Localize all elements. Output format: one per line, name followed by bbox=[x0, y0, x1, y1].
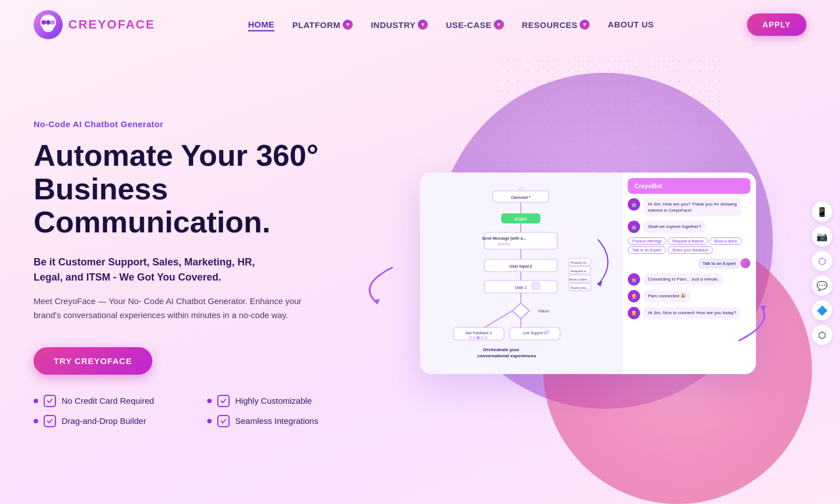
svg-point-39 bbox=[477, 337, 480, 339]
check-icon-3 bbox=[44, 415, 56, 427]
share-icon: ⬡ bbox=[812, 251, 832, 271]
messenger-icon: 💬 bbox=[812, 276, 832, 296]
svg-line-34 bbox=[484, 311, 512, 328]
user-bubble: Talk to an Expert bbox=[698, 258, 740, 269]
resources-dropdown-icon: ▼ bbox=[580, 20, 590, 30]
instagram-icon: 📷 bbox=[812, 226, 832, 246]
nav-item-use-case[interactable]: USE-CASE ▼ bbox=[446, 20, 504, 30]
nav-link-platform[interactable]: PLATFORM ▼ bbox=[292, 20, 353, 30]
logo-icon bbox=[34, 10, 63, 39]
svg-text:Request a...: Request a... bbox=[571, 269, 589, 273]
nav-link-home[interactable]: HOME bbox=[248, 20, 274, 31]
svg-marker-31 bbox=[512, 303, 529, 319]
apply-button[interactable]: APPLY bbox=[747, 13, 806, 36]
chat-bubble-2: Shall we explore together? bbox=[643, 221, 706, 232]
hero-description: Meet CreyoFace — Your No- Code AI Chatbo… bbox=[34, 294, 325, 323]
bullet-dot-2 bbox=[207, 399, 212, 403]
option-demo[interactable]: Book a demo bbox=[710, 237, 741, 245]
bot-avatar-3: 🤖 bbox=[628, 273, 640, 286]
chat-message-2: 🤖 Shall we explore together? bbox=[628, 221, 750, 233]
hero-section: No-Code AI Chatbot Generator Automate Yo… bbox=[0, 49, 840, 486]
chat-bubble-connecting: Connecting to Pam... Just a minute. bbox=[643, 273, 724, 285]
feature-item-1: No Credit Card Required bbox=[34, 395, 185, 407]
industry-dropdown-icon: ▼ bbox=[418, 20, 428, 30]
hero-subtitle: Be it Customer Support, Sales, Marketing… bbox=[34, 255, 358, 285]
hero-title: Automate Your 360° Business Communicatio… bbox=[34, 139, 358, 239]
user-reply: Talk to an Expert bbox=[628, 258, 750, 269]
feature-item-4: Seamless Integrations bbox=[207, 415, 358, 427]
chat-message-1: 🤖 Hi Jim, How are you? Thank you for sho… bbox=[628, 198, 750, 216]
nav-link-use-case[interactable]: USE-CASE ▼ bbox=[446, 20, 504, 30]
nav-item-home[interactable]: HOME bbox=[248, 20, 274, 30]
svg-text:Carousel *: Carousel * bbox=[511, 195, 531, 199]
nav-link-industry[interactable]: INDUSTRY ▼ bbox=[371, 20, 428, 30]
slack-icon: 🔷 bbox=[812, 300, 832, 320]
feature-label-1: No Credit Card Required bbox=[62, 396, 154, 405]
svg-text:Ask Feedback 0: Ask Feedback 0 bbox=[466, 331, 492, 335]
try-creyoface-button[interactable]: TRY CREYOFACE bbox=[34, 347, 152, 375]
svg-point-41 bbox=[485, 337, 488, 339]
feature-label-2: Highly Customizable bbox=[235, 396, 312, 405]
option-request[interactable]: Request a feature bbox=[668, 237, 708, 245]
check-icon-1 bbox=[44, 395, 56, 407]
platform-dropdown-icon: ▼ bbox=[343, 20, 353, 30]
svg-point-38 bbox=[473, 337, 476, 339]
logo-text: CREYOFACE bbox=[68, 17, 155, 32]
check-icon-4 bbox=[217, 415, 230, 427]
use-case-dropdown-icon: ▼ bbox=[494, 20, 504, 30]
whatsapp-icon: 📱 bbox=[812, 202, 832, 222]
svg-point-7 bbox=[519, 188, 522, 191]
pam-avatar: 👱 bbox=[628, 290, 640, 302]
pam-connected-msg: 👱 Pam connected 🎉 bbox=[628, 290, 750, 302]
pam-connected-bubble: Pam connected 🎉 bbox=[643, 290, 690, 302]
dashboard-card: Carousel * START Send Message (with a...… bbox=[420, 172, 756, 374]
svg-text:Product of...: Product of... bbox=[571, 261, 589, 264]
svg-point-37 bbox=[469, 337, 472, 339]
svg-point-40 bbox=[481, 337, 484, 339]
nav-link-resources[interactable]: RESOURCES ▼ bbox=[522, 20, 590, 30]
chat-connecting-msg: 🤖 Connecting to Pam... Just a minute. bbox=[628, 273, 750, 286]
svg-text:Failure: Failure bbox=[538, 309, 549, 313]
option-feedback[interactable]: Share your feedback bbox=[668, 246, 713, 254]
nav-link-about-us[interactable]: ABOUT US bbox=[608, 20, 654, 29]
svg-text:Share your...: Share your... bbox=[570, 286, 589, 290]
feature-label-4: Seamless Integrations bbox=[235, 416, 318, 426]
bot-avatar-2: 🤖 bbox=[628, 221, 640, 233]
hero-tagline: No-Code AI Chatbot Generator bbox=[34, 119, 358, 129]
svg-point-2 bbox=[41, 20, 46, 25]
pam-message: 👱 Hi Jim, Nice to connect! How are you t… bbox=[628, 307, 750, 319]
svg-rect-29 bbox=[532, 283, 540, 290]
option-product[interactable]: Product offerings bbox=[628, 237, 666, 245]
nav-item-about-us[interactable]: ABOUT US bbox=[608, 20, 654, 30]
svg-text:Date 2: Date 2 bbox=[515, 286, 527, 290]
svg-point-4 bbox=[50, 20, 55, 25]
svg-text:Send Message (with a...: Send Message (with a... bbox=[482, 236, 526, 241]
chatbot-header: CreyoBot bbox=[628, 178, 750, 194]
option-expert[interactable]: Talk to an Expert bbox=[628, 246, 666, 254]
svg-point-44 bbox=[545, 330, 549, 334]
bullet-dot-1 bbox=[34, 399, 38, 403]
hero-visual-right: Carousel * START Send Message (with a...… bbox=[370, 172, 806, 374]
flow-svg: Carousel * START Send Message (with a...… bbox=[445, 186, 596, 360]
svg-rect-12 bbox=[484, 232, 557, 249]
social-icons-sidebar: 📱 📷 ⬡ 💬 🔷 ⬡ bbox=[812, 202, 832, 345]
logo-link[interactable]: CREYOFACE bbox=[34, 10, 155, 39]
nav-links: HOME PLATFORM ▼ INDUSTRY ▼ USE-CASE bbox=[248, 20, 654, 30]
svg-text:Live Support B: Live Support B bbox=[523, 331, 547, 335]
hero-content-left: No-Code AI Chatbot Generator Automate Yo… bbox=[34, 119, 358, 427]
chat-options-group: Product offerings Request a feature Book… bbox=[628, 237, 750, 254]
nav-item-industry[interactable]: INDUSTRY ▼ bbox=[371, 20, 428, 30]
nav-item-platform[interactable]: PLATFORM ▼ bbox=[292, 20, 353, 30]
flow-diagram-panel: Carousel * START Send Message (with a...… bbox=[420, 172, 622, 374]
pam-avatar-2: 👱 bbox=[628, 307, 640, 319]
bullet-dot-4 bbox=[207, 419, 212, 423]
svg-text:conversational experiences: conversational experiences bbox=[478, 353, 536, 358]
svg-text:User Input 2: User Input 2 bbox=[510, 264, 533, 269]
curved-arrow-right bbox=[592, 234, 620, 290]
check-icon-2 bbox=[217, 395, 230, 407]
more-icon: ⬡ bbox=[812, 325, 832, 345]
svg-text:Book a dem...: Book a dem... bbox=[569, 278, 590, 281]
bullet-dot-3 bbox=[34, 419, 38, 423]
svg-text:options): options) bbox=[497, 242, 510, 246]
nav-item-resources[interactable]: RESOURCES ▼ bbox=[522, 20, 590, 30]
